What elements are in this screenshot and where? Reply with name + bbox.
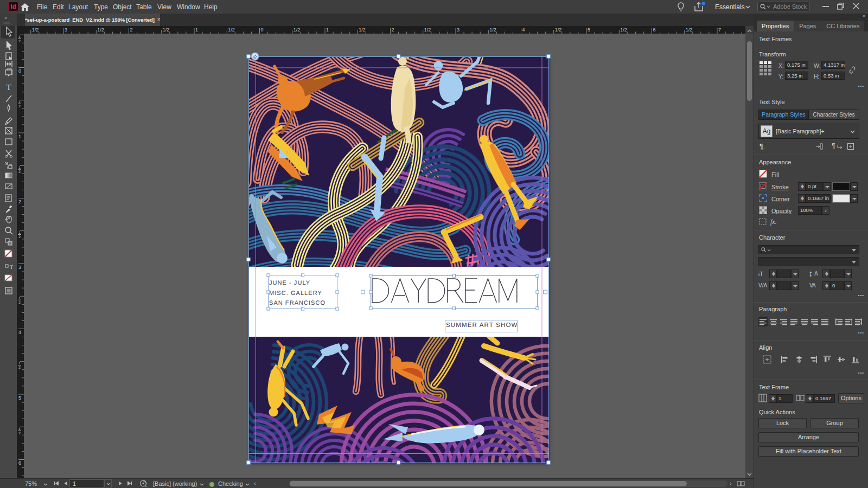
svg-text:T: T: [6, 84, 11, 92]
svg-text:1/2: 1/2: [359, 27, 366, 33]
svg-text:MISC. GALLERY: MISC. GALLERY: [269, 290, 322, 297]
svg-text:1/2: 1/2: [686, 27, 693, 33]
svg-text:1: 1: [195, 27, 198, 33]
svg-text:5: 5: [18, 395, 21, 401]
svg-text:2: 2: [18, 432, 21, 435]
svg-text:2: 2: [18, 366, 21, 370]
svg-text:2: 2: [392, 27, 394, 33]
svg-text:1/2: 1/2: [620, 27, 627, 33]
svg-text:1: 1: [18, 362, 21, 365]
svg-text:3: 3: [65, 27, 67, 33]
svg-text:4: 4: [18, 330, 21, 335]
svg-text:2: 2: [18, 235, 21, 239]
svg-text:1/2: 1/2: [163, 27, 170, 33]
svg-text:1/2: 1/2: [293, 27, 301, 33]
svg-text:SAN FRANCISCO: SAN FRANCISCO: [269, 300, 326, 306]
svg-text:1/2: 1/2: [97, 27, 104, 33]
svg-text:1: 1: [18, 297, 21, 300]
svg-text:2: 2: [18, 301, 21, 305]
svg-text:6: 6: [653, 27, 656, 33]
svg-text:7: 7: [718, 27, 721, 33]
svg-text:3: 3: [457, 27, 459, 33]
svg-text:SUMMER ART SHOW: SUMMER ART SHOW: [446, 322, 518, 329]
svg-text:1/2: 1/2: [228, 27, 235, 33]
svg-text:1: 1: [18, 427, 21, 431]
svg-text:JUNE - JULY: JUNE - JULY: [269, 280, 310, 286]
svg-text:0: 0: [261, 27, 264, 33]
svg-text:1/2: 1/2: [32, 27, 39, 33]
svg-text:6: 6: [18, 460, 21, 466]
svg-text:3: 3: [18, 265, 21, 270]
svg-text:1: 1: [18, 100, 21, 104]
svg-text:1: 1: [18, 35, 21, 39]
svg-text:1/2: 1/2: [555, 27, 562, 33]
svg-text:T: T: [10, 265, 13, 271]
svg-text:4: 4: [522, 27, 525, 33]
svg-text:2: 2: [130, 27, 133, 33]
svg-text:1: 1: [18, 166, 21, 170]
svg-text:2: 2: [18, 105, 21, 108]
svg-text:5: 5: [588, 27, 590, 33]
svg-text:1/2: 1/2: [424, 27, 431, 33]
svg-text:0: 0: [18, 68, 21, 74]
svg-text:2: 2: [18, 199, 21, 204]
svg-text:1/2: 1/2: [489, 27, 496, 33]
svg-text:1: 1: [326, 27, 329, 33]
svg-text:2: 2: [18, 170, 21, 174]
svg-text:1: 1: [18, 134, 21, 139]
svg-text:2: 2: [18, 40, 21, 43]
svg-text:1: 1: [18, 231, 21, 235]
